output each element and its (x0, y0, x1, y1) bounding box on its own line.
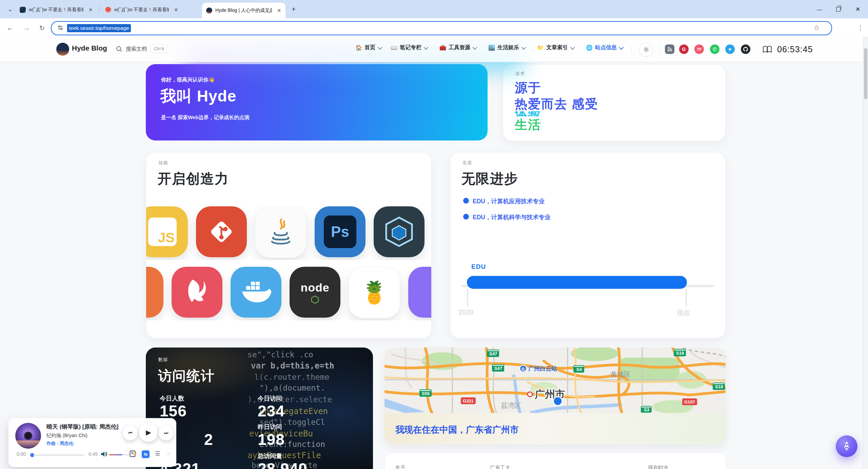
svg-text:G321: G321 (463, 398, 474, 404)
bullet-dot (463, 214, 469, 220)
nav-item-life[interactable]: 🏙️生活娱乐 (488, 44, 525, 51)
tab-2[interactable]: w(ﾟДﾟ)w 不要走！再看看嘛！ ✕ (101, 3, 182, 17)
gitee-icon[interactable]: G (679, 44, 689, 54)
stats-card: se","click .co var b,d=this,e=th l(c.rou… (146, 348, 373, 469)
bookmark-star-icon[interactable]: ☆ (813, 24, 820, 32)
window-close-button[interactable]: ✕ (852, 4, 864, 14)
address-bar[interactable]: teek.seasir.top/homepage ☆ (51, 21, 832, 35)
java-icon[interactable] (255, 206, 307, 258)
nestjs-icon[interactable] (172, 267, 222, 318)
url-text[interactable]: teek.seasir.top/homepage (67, 24, 131, 32)
window-restore-button[interactable] (832, 4, 844, 14)
browser-menu-kebab-icon[interactable]: ⋮ (855, 22, 866, 33)
nav-item-label: 生活娱乐 (497, 44, 519, 51)
track-artist: 纪钧瀚 (Bryan Chi) (46, 432, 87, 439)
nav-item-home[interactable]: 🏠首页 (355, 44, 381, 51)
nav-item-site-info[interactable]: 🌐站点信息 (586, 44, 623, 51)
back-to-top-button[interactable] (836, 435, 857, 457)
browser-tab-strip: ⌄ w(ﾟДﾟ)w 不要走！再看看嘛！ ✕ w(ﾟДﾟ)w 不要走！再看看嘛！ … (0, 0, 868, 18)
cityscape-icon: 🏙️ (488, 44, 495, 51)
book-icon: 📖 (391, 44, 397, 51)
window-minimize-button[interactable]: — (814, 4, 825, 14)
career-item-2[interactable]: EDU，计算机科学与技术专业 (473, 213, 550, 221)
nodejs-icon[interactable]: node (290, 267, 340, 318)
pursuit-card: 追求 源于 热爱而去 感受 体验 生活 (503, 64, 726, 141)
reload-icon[interactable]: ↻ (37, 22, 47, 33)
volume-icon[interactable] (100, 451, 107, 457)
tab-overflow-icon[interactable]: ⌄ (5, 4, 15, 14)
pinia-pineapple-icon[interactable]: 🍍 (349, 267, 400, 318)
lyrics-icon[interactable] (130, 450, 137, 457)
playlist-icon[interactable]: ☰ (155, 450, 160, 457)
pursuit-word: 生活 (515, 116, 541, 133)
chevron-down-icon (423, 45, 428, 50)
player-mini-toggle-icon[interactable]: ○ (167, 451, 170, 456)
github-icon[interactable] (741, 44, 750, 54)
git-icon[interactable] (196, 206, 247, 257)
skills-title: 开启创造力 (158, 169, 229, 188)
map-card[interactable]: 仚 广州白云站 黄埔区 荔湾区 广州市 S47 S47 S4 S55 S18 S… (384, 348, 726, 445)
track-composer-link[interactable]: 作曲 : 周杰伦 (46, 440, 74, 447)
webpack-icon[interactable] (374, 206, 425, 257)
tab-3-close-icon[interactable]: ✕ (276, 7, 282, 14)
track-title: 晴天 (钢琴版) [原唱: 周杰伦] (46, 423, 118, 431)
whatsapp-icon[interactable]: ✆ (710, 44, 719, 54)
tab-1[interactable]: w(ﾟДﾟ)w 不要走！再看看嘛！ ✕ (16, 3, 97, 17)
svg-text:仚: 仚 (521, 367, 525, 371)
hero-card: 你好，很高兴认识你👋 我叫 Hyde 是一名 探索Web边界，记录成长的点滴 (146, 64, 488, 140)
page-scrollbar[interactable] (863, 37, 868, 469)
repeat-mode-button[interactable]: ⇆ (142, 450, 150, 458)
javascript-icon[interactable]: JS (146, 206, 188, 257)
tab-1-close-icon[interactable]: ✕ (87, 6, 94, 13)
new-tab-button[interactable]: + (289, 4, 298, 14)
chevron-down-icon (472, 45, 477, 50)
progress-track[interactable] (34, 454, 84, 456)
paper-plane-glyph: ➤ (727, 46, 733, 52)
email-icon[interactable]: ✉ (694, 44, 704, 54)
album-art[interactable] (15, 423, 41, 449)
map-canvas[interactable]: 仚 广州白云站 黄埔区 荔湾区 广州市 S47 S47 S4 S55 S18 S… (384, 348, 726, 413)
rss-icon[interactable] (665, 44, 674, 54)
reading-book-icon[interactable] (762, 45, 772, 54)
docker-icon[interactable] (231, 267, 281, 318)
photoshop-icon[interactable]: Ps (315, 206, 366, 257)
previous-track-button[interactable]: ⏮ (123, 426, 138, 440)
site-title[interactable]: Hyde Blog (72, 44, 107, 52)
pursuit-line2: 热爱而去 感受 (515, 96, 598, 113)
scrollbar-thumb[interactable] (864, 48, 867, 99)
back-icon[interactable]: ← (5, 22, 16, 33)
nav-item-notes[interactable]: 📖笔记专栏 (391, 44, 427, 51)
browser-toolbar: ← → ↻ teek.seasir.top/homepage ☆ o ⋮ (0, 18, 868, 37)
nav-item-label: 站点信息 (595, 44, 617, 51)
tab-3-active[interactable]: Hyde Blog | 人心中的成见是— ✕ (202, 3, 285, 18)
career-item-1[interactable]: EDU，计算机应用技术专业 (473, 197, 545, 205)
cut-purple-icon[interactable] (408, 267, 431, 318)
tab-2-close-icon[interactable]: ✕ (173, 6, 179, 13)
telegram-icon[interactable]: ➤ (725, 44, 735, 54)
forward-icon[interactable]: → (21, 22, 32, 33)
next-track-button[interactable]: ⏭ (159, 426, 174, 440)
metric-value: 28,940 (258, 459, 308, 469)
nav-item-index[interactable]: 📁文章索引 (537, 44, 574, 51)
search-shortcut-badge: Ctrl K (150, 45, 168, 53)
play-button[interactable]: ▶ (139, 423, 158, 442)
nav-item-label: 笔记专栏 (400, 44, 421, 51)
nav-item-tools[interactable]: 🧰工具资源 (439, 44, 476, 51)
map-district-label: 黄埔区 (610, 371, 631, 378)
timeline-bar[interactable] (467, 276, 687, 289)
clock: 06:53:45 (777, 44, 813, 54)
svg-text:S55: S55 (422, 391, 430, 396)
hero-title: 我叫 Hyde (160, 86, 236, 107)
site-logo-avatar[interactable] (56, 43, 69, 56)
map-station-label: 广州白云站 (528, 365, 557, 372)
js-letters: JS (158, 230, 177, 246)
cut-orange-icon[interactable] (146, 267, 163, 318)
site-settings-icon[interactable] (57, 25, 63, 31)
theme-toggle-button[interactable] (639, 43, 653, 56)
toolbox-icon: 🧰 (439, 44, 446, 51)
ps-letters: Ps (331, 223, 349, 240)
search-button[interactable]: 搜索文档 Ctrl K (116, 45, 168, 53)
metric-label: 今日访问 (258, 394, 282, 402)
node-letters: node (300, 281, 329, 294)
volume-slider[interactable] (109, 454, 133, 455)
